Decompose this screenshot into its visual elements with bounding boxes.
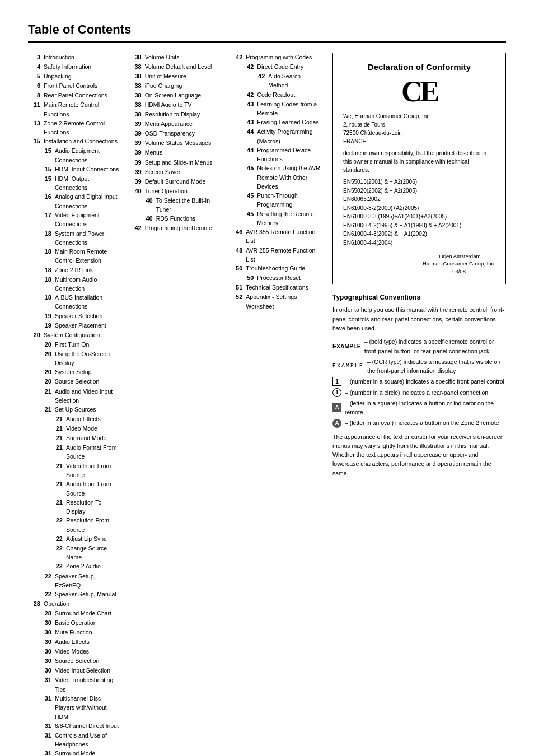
toc-entry: 38Volume Default and Level [129,62,221,72]
toc-entry-text: Volume Default and Level [145,62,212,71]
toc-page-num: 22 [50,544,63,553]
toc-page-num: 21 [50,424,63,433]
ce-mark: CE [343,77,495,106]
toc-entry-text: Introduction [44,53,74,62]
toc-entry: 40Tuner Operation [129,186,221,196]
toc-page-num: 18 [39,275,51,284]
toc-entry-text: Default Surround Mode [145,177,206,186]
toc-page-num: 30 [39,628,51,637]
toc-entry: 22Adjust Lip Sync [28,534,119,544]
toc-entry-text: Using the On-Screen Display [55,349,119,368]
toc-page-num: 42 [241,90,254,100]
toc-entry: 316/8-Channel Direct Input [28,721,119,731]
toc-entry: 18A-BUS Installation Connections [28,293,119,311]
toc-entry-text: Speaker Placement [55,321,106,330]
toc-entry: 30Basic Operation [28,618,119,628]
declaration-statement: declare in own responsibility, that the … [343,149,495,174]
toc-entry: 21Audio and Video Input Selection [28,387,119,405]
typo-desc: – (letter in a square) indicates a butto… [345,399,506,417]
toc-entry: 4Safety Information [28,62,119,72]
toc-entry: 31Controls and Use of Headphones [28,731,119,749]
toc-entry: 28Surround Mode Chart [28,609,119,618]
toc-entry: 18System and Power Connections [28,229,119,248]
toc-entry: 30Video Modes [28,647,119,656]
toc-page-num: 40 [140,196,153,206]
declaration-box: Declaration of Conformity CE We, Harman … [332,53,506,284]
toc-page-num: 8 [28,91,40,100]
toc-entry-text: Volume Status Messages [145,138,211,147]
toc-entry-text: Resolution From Source [66,516,119,534]
toc-entry-text: Surround Mode [66,433,106,442]
toc-page-num: 38 [129,62,142,72]
toc-entry-text: Screen Saver [145,167,181,176]
toc-page-num: 21 [50,443,63,452]
toc-entry-text: Multichannel Disc Players with/without H… [55,694,119,721]
toc-entry: 31Multichannel Disc Players with/without… [28,694,119,721]
standard-item: EN61000-3-3 (1995)+A1(2001)+A2(2005) [343,212,495,221]
toc-page-num: 19 [39,311,51,321]
toc-page-num: 30 [39,666,51,675]
toc-entry: 48AVR 255 Remote Function List [230,246,321,264]
toc-entry-text: Set Up Sources [55,405,96,414]
typographical-note: The appearance of the text or cursor for… [332,432,506,478]
signer-name: Jurjen Amsterdam [423,253,495,260]
toc-page-num: 21 [50,433,63,443]
standard-item: EN61000-4-2(1995) & + A1(1998) & + A2(20… [343,221,495,230]
toc-entry-text: Audio Format From Source [66,443,119,461]
toc-page-num: 31 [39,731,51,740]
toc-page-num: 30 [39,637,51,647]
toc-entry: 8Rear Panel Connections [28,91,119,100]
signature-area: Jurjen Amsterdam Harman Consumer Group, … [343,253,495,275]
toc-columns: 3Introduction4Safety Information5Unpacki… [28,53,321,756]
toc-entry-text: Audio Equipment Connections [55,146,119,165]
toc-entry: 38Unit of Measure [129,72,221,81]
toc-entry: 31Surround Mode Selection [28,749,119,756]
toc-page-num: 28 [28,599,40,609]
toc-entry-text: Multiroom Audio Connection [55,275,119,293]
toc-entry-text: Audio Input From Source [66,479,119,498]
toc-entry-text: Processor Reset [257,273,301,282]
toc-page-num: 21 [39,387,51,396]
example-bold: EXAMPLE [332,342,361,351]
toc-entry: 43Erasing Learned Codes [230,118,321,127]
toc-entry-text: A-BUS Installation Connections [55,293,119,311]
toc-entry-text: Volume Units [145,53,180,62]
toc-entry: 42Auto Search Method [230,72,321,90]
typo-item: A– (letter in an oval) indicates a butto… [332,418,506,427]
toc-entry-text: System Setup [55,367,91,376]
toc-entry-text: First Turn On [55,340,89,349]
toc-col-2: 38Volume Units38Volume Default and Level… [129,53,221,756]
toc-page-num: 44 [241,127,254,137]
toc-page-num: 39 [129,158,142,167]
toc-page-num: 42 [252,72,265,81]
toc-entry: 22Speaker Setup, Manual [28,590,119,599]
toc-entry: 15HDMI Output Connections [28,174,119,193]
toc-entry-text: Mute Function [55,628,92,637]
toc-page-num: 51 [230,283,242,292]
typo-desc: – (letter in an oval) indicates a button… [345,418,499,427]
typo-desc: – (bold type) indicates a specific remot… [364,337,506,356]
typographical-items: EXAMPLE– (bold type) indicates a specifi… [332,337,506,427]
toc-page-num: 17 [39,211,51,220]
toc-entry: 42Direct Code Entry [230,62,321,72]
toc-entry-text: HDMI Audio to TV [145,100,192,109]
toc-entry-text: Rear Panel Connections [44,91,107,100]
toc-entry-text: Change Source Name [66,544,119,562]
toc-entry-text: Audio and Video Input Selection [55,387,119,405]
toc-entry-text: Safety Information [44,62,91,71]
toc-entry: 42Code Readout [230,90,321,100]
typographical-intro: In order to help you use this manual wit… [332,305,506,333]
toc-page-num: 3 [28,53,40,62]
typographical-title: Typographical Conventions [332,292,506,303]
toc-entry-text: OSD Transparency [145,129,195,138]
toc-entry: 46AVR 355 Remote Function List [230,227,321,246]
toc-page-num: 40 [140,214,153,223]
toc-page-num: 20 [39,349,51,359]
toc-page-num: 4 [28,62,40,72]
toc-entry: 52Appendix - Settings Worksheet [230,292,321,311]
toc-entry: 30Mute Function [28,628,119,637]
toc-entry-text: Menu Appearance [145,119,193,128]
toc-entry-text: 6/8-Channel Direct Input [55,721,119,730]
right-panel: Declaration of Conformity CE We, Harman … [332,53,506,478]
toc-page-num: 39 [129,129,142,138]
